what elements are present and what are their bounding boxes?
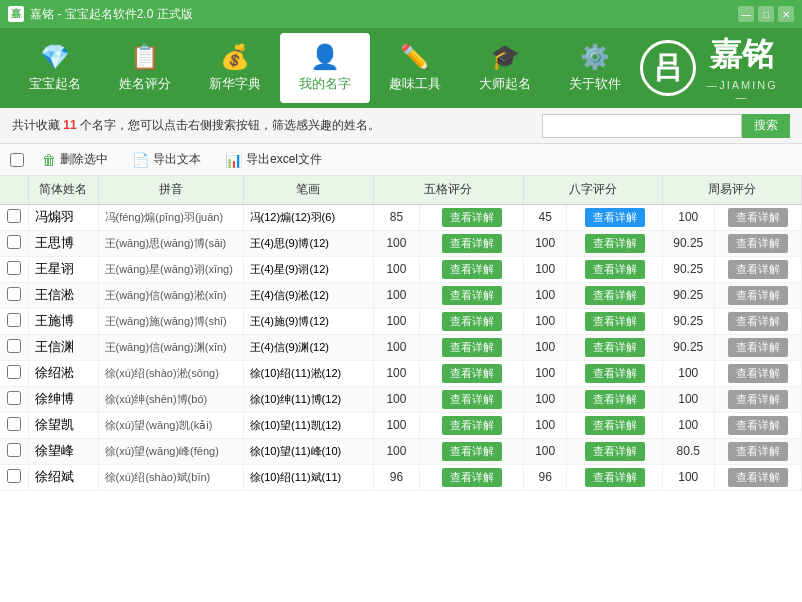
wuge-detail-button[interactable]: 查看详解 <box>442 208 502 227</box>
select-all-checkbox[interactable] <box>10 153 24 167</box>
row-wuge-btn-cell[interactable]: 查看详解 <box>420 256 524 282</box>
row-zhouyi-btn-cell[interactable]: 查看详解 <box>714 438 801 464</box>
delete-selected-button[interactable]: 🗑 删除选中 <box>36 149 114 170</box>
row-wuge-btn-cell[interactable]: 查看详解 <box>420 204 524 230</box>
row-wuge-btn-cell[interactable]: 查看详解 <box>420 464 524 490</box>
row-check-cell[interactable] <box>0 412 28 438</box>
row-checkbox[interactable] <box>7 443 21 457</box>
zhouyi-detail-button[interactable]: 查看详解 <box>728 416 788 435</box>
row-zhouyi-btn-cell[interactable]: 查看详解 <box>714 464 801 490</box>
zhouyi-detail-button[interactable]: 查看详解 <box>728 312 788 331</box>
export-excel-button[interactable]: 📊 导出excel文件 <box>219 149 328 170</box>
bazi-detail-button[interactable]: 查看详解 <box>585 442 645 461</box>
row-zhouyi-btn-cell[interactable]: 查看详解 <box>714 412 801 438</box>
bazi-detail-button[interactable]: 查看详解 <box>585 312 645 331</box>
wuge-detail-button[interactable]: 查看详解 <box>442 442 502 461</box>
row-zhouyi-btn-cell[interactable]: 查看详解 <box>714 334 801 360</box>
row-bazi-btn-cell[interactable]: 查看详解 <box>567 282 663 308</box>
row-check-cell[interactable] <box>0 308 28 334</box>
wuge-detail-button[interactable]: 查看详解 <box>442 416 502 435</box>
bazi-detail-button[interactable]: 查看详解 <box>585 286 645 305</box>
wuge-detail-button[interactable]: 查看详解 <box>442 312 502 331</box>
row-bazi-btn-cell[interactable]: 查看详解 <box>567 464 663 490</box>
row-checkbox[interactable] <box>7 209 21 223</box>
zhouyi-detail-button[interactable]: 查看详解 <box>728 286 788 305</box>
row-wuge-btn-cell[interactable]: 查看详解 <box>420 334 524 360</box>
row-checkbox[interactable] <box>7 313 21 327</box>
zhouyi-detail-button[interactable]: 查看详解 <box>728 208 788 227</box>
search-button[interactable]: 搜索 <box>742 114 790 138</box>
row-zhouyi-btn-cell[interactable]: 查看详解 <box>714 256 801 282</box>
zhouyi-detail-button[interactable]: 查看详解 <box>728 234 788 253</box>
bazi-detail-button[interactable]: 查看详解 <box>585 208 645 227</box>
row-checkbox[interactable] <box>7 469 21 483</box>
row-check-cell[interactable] <box>0 230 28 256</box>
wuge-detail-button[interactable]: 查看详解 <box>442 260 502 279</box>
zhouyi-detail-button[interactable]: 查看详解 <box>728 260 788 279</box>
bazi-detail-button[interactable]: 查看详解 <box>585 390 645 409</box>
wuge-detail-button[interactable]: 查看详解 <box>442 234 502 253</box>
row-check-cell[interactable] <box>0 282 28 308</box>
nav-item-baby-name[interactable]: 💎 宝宝起名 <box>10 33 100 103</box>
bazi-detail-button[interactable]: 查看详解 <box>585 338 645 357</box>
row-zhouyi-btn-cell[interactable]: 查看详解 <box>714 204 801 230</box>
maximize-button[interactable]: □ <box>758 6 774 22</box>
row-zhouyi-btn-cell[interactable]: 查看详解 <box>714 386 801 412</box>
zhouyi-detail-button[interactable]: 查看详解 <box>728 364 788 383</box>
bazi-detail-button[interactable]: 查看详解 <box>585 260 645 279</box>
row-bazi-btn-cell[interactable]: 查看详解 <box>567 386 663 412</box>
row-check-cell[interactable] <box>0 386 28 412</box>
export-text-button[interactable]: 📄 导出文本 <box>126 149 207 170</box>
row-bazi-btn-cell[interactable]: 查看详解 <box>567 412 663 438</box>
row-wuge-btn-cell[interactable]: 查看详解 <box>420 438 524 464</box>
row-check-cell[interactable] <box>0 464 28 490</box>
bazi-detail-button[interactable]: 查看详解 <box>585 416 645 435</box>
row-checkbox[interactable] <box>7 261 21 275</box>
nav-item-dictionary[interactable]: 💰 新华字典 <box>190 33 280 103</box>
zhouyi-detail-button[interactable]: 查看详解 <box>728 390 788 409</box>
row-zhouyi-btn-cell[interactable]: 查看详解 <box>714 308 801 334</box>
zhouyi-detail-button[interactable]: 查看详解 <box>728 338 788 357</box>
row-zhouyi-btn-cell[interactable]: 查看详解 <box>714 282 801 308</box>
zhouyi-detail-button[interactable]: 查看详解 <box>728 468 788 487</box>
nav-item-about[interactable]: ⚙️ 关于软件 <box>550 33 640 103</box>
row-checkbox[interactable] <box>7 417 21 431</box>
wuge-detail-button[interactable]: 查看详解 <box>442 338 502 357</box>
row-checkbox[interactable] <box>7 391 21 405</box>
row-check-cell[interactable] <box>0 204 28 230</box>
row-bazi-btn-cell[interactable]: 查看详解 <box>567 230 663 256</box>
row-checkbox[interactable] <box>7 235 21 249</box>
close-button[interactable]: ✕ <box>778 6 794 22</box>
row-checkbox[interactable] <box>7 365 21 379</box>
row-wuge-btn-cell[interactable]: 查看详解 <box>420 282 524 308</box>
row-bazi-btn-cell[interactable]: 查看详解 <box>567 204 663 230</box>
row-check-cell[interactable] <box>0 334 28 360</box>
row-check-cell[interactable] <box>0 360 28 386</box>
row-checkbox[interactable] <box>7 287 21 301</box>
row-zhouyi-btn-cell[interactable]: 查看详解 <box>714 230 801 256</box>
row-wuge-btn-cell[interactable]: 查看详解 <box>420 412 524 438</box>
wuge-detail-button[interactable]: 查看详解 <box>442 286 502 305</box>
row-bazi-btn-cell[interactable]: 查看详解 <box>567 308 663 334</box>
bazi-detail-button[interactable]: 查看详解 <box>585 234 645 253</box>
row-bazi-btn-cell[interactable]: 查看详解 <box>567 334 663 360</box>
minimize-button[interactable]: — <box>738 6 754 22</box>
bazi-detail-button[interactable]: 查看详解 <box>585 364 645 383</box>
row-checkbox[interactable] <box>7 339 21 353</box>
nav-item-name-eval[interactable]: 📋 姓名评分 <box>100 33 190 103</box>
nav-item-master-name[interactable]: 🎓 大师起名 <box>460 33 550 103</box>
row-wuge-btn-cell[interactable]: 查看详解 <box>420 360 524 386</box>
row-bazi-btn-cell[interactable]: 查看详解 <box>567 438 663 464</box>
row-wuge-btn-cell[interactable]: 查看详解 <box>420 386 524 412</box>
wuge-detail-button[interactable]: 查看详解 <box>442 364 502 383</box>
wuge-detail-button[interactable]: 查看详解 <box>442 468 502 487</box>
row-wuge-btn-cell[interactable]: 查看详解 <box>420 308 524 334</box>
nav-item-my-name[interactable]: 👤 我的名字 <box>280 33 370 103</box>
nav-item-fun-tools[interactable]: ✏️ 趣味工具 <box>370 33 460 103</box>
search-input[interactable] <box>542 114 742 138</box>
row-check-cell[interactable] <box>0 256 28 282</box>
row-bazi-btn-cell[interactable]: 查看详解 <box>567 256 663 282</box>
row-zhouyi-btn-cell[interactable]: 查看详解 <box>714 360 801 386</box>
row-bazi-btn-cell[interactable]: 查看详解 <box>567 360 663 386</box>
wuge-detail-button[interactable]: 查看详解 <box>442 390 502 409</box>
